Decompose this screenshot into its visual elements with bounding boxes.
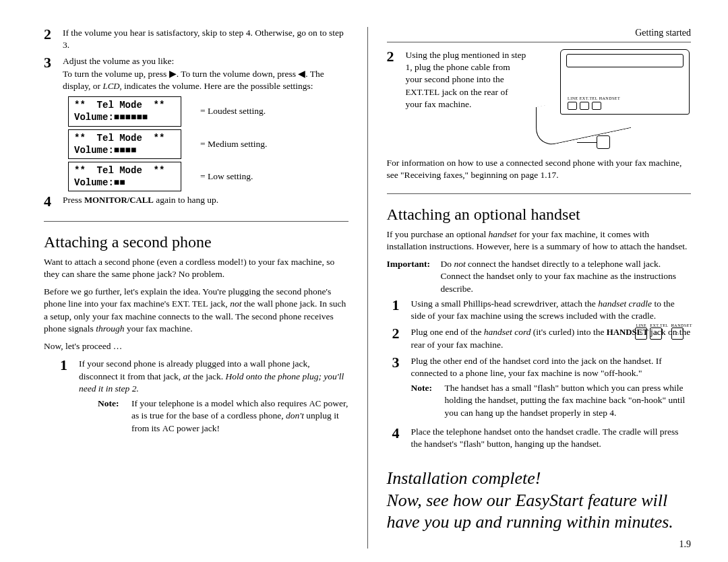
step-body: Press MONITOR/CALL again to hang up. [63, 194, 348, 209]
step-number: 3 [392, 355, 404, 422]
port-panel-inline: LINE⌂ EXT.TEL⌂ HANDSET⌂ [635, 323, 692, 340]
step-body: If the volume you hear is satisfactory, … [63, 27, 348, 51]
caption: For information on how to use a connecte… [387, 157, 692, 181]
step-number: 4 [44, 194, 56, 209]
step-body: If your second phone is already plugged … [79, 358, 348, 437]
running-header: Getting started [387, 27, 692, 42]
paragraph: Want to attach a second phone (even a co… [44, 256, 348, 280]
lcd-row: ** Tel Mode ** Volume:■■■■■■ = Loudest s… [68, 96, 348, 126]
important-body: Do not connect the handset directly to a… [441, 258, 692, 295]
step-number: 1 [392, 298, 404, 322]
paragraph: If you purchase an optional handset for … [387, 228, 692, 253]
step-number: 2 [387, 49, 399, 111]
lcd-display: ** Tel Mode ** Volume:■■■■■■ [68, 96, 181, 126]
note-body: The handset has a small "flash" button w… [445, 382, 692, 419]
port-line-icon: ⌂ [635, 327, 647, 340]
step-body: Plug the other end of the handset cord i… [411, 355, 692, 422]
hstep-3: 3 Plug the other end of the handset cord… [392, 355, 692, 422]
page: 2 If the volume you hear is satisfactory… [0, 0, 728, 562]
lcd-label: = Loudest setting. [200, 105, 266, 117]
hstep-4: 4 Place the telephone handset onto the h… [392, 426, 692, 450]
note-body: If your telephone is a model which also … [131, 398, 348, 435]
step-4: 4 Press MONITOR/CALL again to hang up. [44, 194, 348, 209]
substep-2: 2 Using the plug mentioned in step 1, pl… [387, 49, 527, 111]
closing-callout: Installation complete! Now, see how our … [387, 468, 692, 534]
step-number: 1 [60, 358, 72, 437]
key-name: MONITOR/CALL [84, 195, 154, 205]
lcd-abbrev: LCD, [103, 82, 122, 91]
step-body: Using the plug mentioned in step 1, plug… [406, 49, 527, 111]
step-2: 2 If the volume you hear is satisfactory… [44, 27, 348, 51]
port-exttel-icon: ⌂ [650, 327, 662, 340]
lcd-label: = Medium setting. [200, 138, 267, 150]
lcd-row: ** Tel Mode ** Volume:■■ = Low setting. [68, 162, 348, 191]
note: Note: The handset has a small "flash" bu… [411, 382, 692, 419]
text: again to hang up. [154, 195, 218, 205]
right-column: Getting started 2 Using the plug mention… [368, 27, 692, 549]
important-note: Important: Do not connect the handset di… [387, 258, 692, 295]
hstep-2: 2 Plug one end of the handset cord (it's… [392, 326, 692, 351]
step-number: 4 [392, 426, 404, 450]
important-label: Important: [387, 258, 435, 295]
step-number: 2 [392, 326, 404, 351]
step-body: Plug one end of the handset cord (it's c… [411, 326, 692, 351]
plug-icon [597, 135, 610, 149]
step-body: Place the telephone handset onto the han… [411, 426, 692, 450]
note-label: Note: [411, 382, 439, 419]
note: Note: If your telephone is a model which… [79, 398, 348, 435]
left-column: 2 If the volume you hear is satisfactory… [44, 27, 368, 549]
text: Adjust the volume as you like: [63, 56, 174, 66]
step-body: Adjust the volume as you like: To turn t… [63, 55, 348, 92]
step-number: 2 [44, 27, 56, 51]
lcd-display: ** Tel Mode ** Volume:■■ [68, 162, 181, 191]
substep-1: 1 If your second phone is already plugge… [60, 358, 348, 437]
substeps: 1 If your second phone is already plugge… [44, 358, 348, 437]
step-number: 3 [44, 55, 56, 92]
step-with-diagram: 2 Using the plug mentioned in step 1, pl… [387, 49, 692, 150]
heading-handset: Attaching an optional handset [387, 193, 692, 225]
paragraph: Before we go further, let's explain the … [44, 286, 348, 335]
page-number: 1.9 [679, 539, 692, 550]
hstep-1: 1 Using a small Phillips-head screwdrive… [392, 298, 692, 322]
step-body: Using a small Phillips-head screwdriver,… [411, 298, 692, 322]
step-3: 3 Adjust the volume as you like: To turn… [44, 55, 348, 92]
heading-second-phone: Attaching a second phone [44, 221, 348, 253]
closing-line-1: Installation complete! [387, 468, 692, 490]
paragraph: Now, let's proceed … [44, 340, 348, 352]
port-handset-icon: ⌂ [671, 327, 684, 340]
closing-line-2: Now, see how our EasyStart feature will … [387, 490, 692, 534]
handset-steps: 1 Using a small Phillips-head screwdrive… [387, 298, 692, 451]
lcd-display: ** Tel Mode ** Volume:■■■■ [68, 129, 181, 159]
text: Press [63, 195, 84, 205]
fax-rear-diagram: LINE EXT.TEL HANDSET [536, 49, 691, 150]
lcd-label: = Low setting. [200, 170, 253, 183]
note-label: Note: [98, 398, 126, 435]
text: indicates the volume. Here are the possi… [122, 81, 313, 91]
lcd-row: ** Tel Mode ** Volume:■■■■ = Medium sett… [68, 129, 348, 159]
